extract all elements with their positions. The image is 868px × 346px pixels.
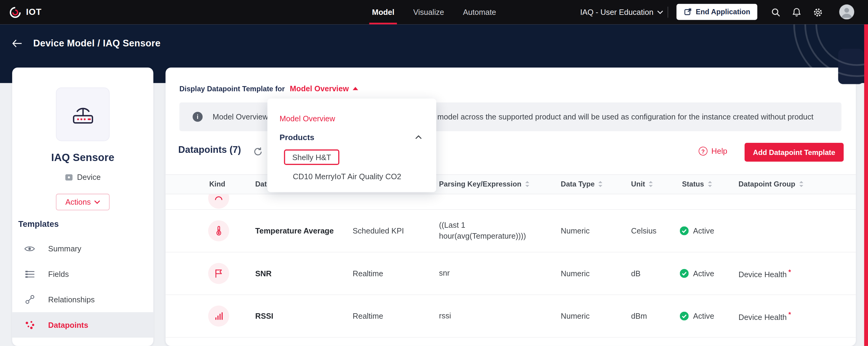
link-icon [24, 294, 35, 305]
top-nav: Model Visualize Automate [363, 0, 505, 24]
bell-icon [792, 7, 802, 17]
status-label: Active [693, 269, 714, 278]
add-datapoint-template-button[interactable]: Add Datapoint Template [745, 143, 844, 162]
side-widget-tab[interactable] [838, 49, 864, 84]
nav-tab-label: Model [372, 8, 395, 17]
brand-name: IOT [26, 7, 41, 17]
actions-label: Actions [65, 198, 91, 207]
highlight-box: Shelly H&T [284, 150, 339, 165]
end-application-label: End Application [696, 8, 750, 16]
feedback-strip[interactable] [864, 24, 868, 346]
signal-bars-icon [208, 306, 229, 326]
sidebar-item-label: Fields [48, 270, 69, 278]
settings-button[interactable] [812, 7, 824, 18]
sidebar-item-label: Relationships [48, 295, 95, 304]
sidebar-item-summary[interactable]: Summary [12, 236, 153, 261]
nav-tab-automate[interactable]: Automate [454, 0, 505, 24]
nav-tab-visualize[interactable]: Visualize [404, 0, 454, 24]
required-mark: * [788, 311, 791, 318]
notifications-button[interactable] [791, 7, 802, 18]
back-button[interactable] [12, 39, 24, 52]
column-label: Datapoint Group [739, 180, 795, 188]
refresh-button[interactable] [253, 147, 263, 157]
topbar: IOT Model Visualize Automate IAQ - User … [0, 0, 868, 24]
eye-icon [24, 245, 35, 252]
device-image [56, 87, 110, 141]
datapoint-name: Temperature Average [255, 226, 334, 235]
dropdown-group-products[interactable]: Products [268, 127, 436, 147]
workspace-label: IAQ - User Education [580, 8, 653, 17]
sort-icon[interactable] [799, 181, 803, 188]
chevron-down-icon [657, 10, 663, 14]
banner-text-left: Model Overview [213, 113, 268, 121]
status-label: Active [693, 226, 714, 235]
refresh-icon [253, 147, 263, 157]
sidebar-item-relationships[interactable]: Relationships [12, 287, 153, 312]
help-label: Help [712, 147, 727, 156]
device-type-label: Device [77, 172, 101, 181]
check-circle-icon [680, 269, 688, 278]
list-icon [24, 270, 35, 278]
workspace-selector[interactable]: IAQ - User Education [580, 0, 663, 24]
iot-logo-icon [9, 6, 22, 19]
screenshot-root: IOT Model Visualize Automate IAQ - User … [0, 0, 868, 346]
actions-button[interactable]: Actions [56, 194, 110, 211]
sort-icon[interactable] [598, 181, 603, 188]
data-type: Numeric [561, 312, 590, 320]
table-row[interactable]: Temperature Average Scheduled KPI ((Last… [165, 210, 856, 253]
sort-icon[interactable] [525, 181, 530, 188]
datapoint-kind-icon [208, 194, 229, 209]
dropdown-group-label: Products [280, 133, 314, 141]
group-label: Device Health [739, 270, 787, 279]
dropdown-item-shelly-ht[interactable]: Shelly H&T [268, 147, 436, 167]
display-template-row: Display Datapoint Template for Model Ove… [179, 84, 358, 93]
column-parsing: Parsing Key/Expression [439, 180, 530, 188]
search-icon [771, 7, 781, 17]
gear-icon [812, 7, 823, 18]
device-panel: IAQ Sensore Device Actions Templates Sum… [12, 68, 153, 346]
device-name: IAQ Sensore [12, 152, 153, 164]
datapoint-group: Device Health* [739, 268, 791, 279]
chevron-up-icon [415, 135, 422, 139]
column-data-type: Data Type [561, 180, 603, 188]
help-link[interactable]: ? Help [699, 147, 727, 156]
sidebar-item-label: Datapoints [48, 320, 88, 329]
end-application-button[interactable]: End Application [677, 4, 757, 20]
table-row-partial[interactable] [165, 194, 856, 210]
display-template-dropdown-trigger[interactable]: Model Overview [290, 84, 358, 93]
table-row[interactable]: RSSI Realtime rssi Numeric dBm Active De… [165, 295, 856, 338]
table-row[interactable]: SNR Realtime snr Numeric dB Active Devic… [165, 252, 856, 295]
column-datapoint-name: Dat [255, 180, 267, 188]
dropdown-item-model-overview[interactable]: Model Overview [268, 109, 436, 127]
check-circle-icon [680, 226, 688, 235]
column-datapoint-group: Datapoint Group [739, 180, 804, 188]
user-avatar[interactable] [839, 5, 854, 20]
brand[interactable]: IOT [9, 0, 41, 24]
parsing-expression: rssi [439, 311, 539, 321]
search-button[interactable] [770, 7, 781, 18]
flag-icon [208, 263, 229, 284]
column-label: Parsing Key/Expression [439, 180, 521, 188]
info-icon: i [193, 112, 203, 122]
unit: dB [631, 269, 641, 278]
datapoint-type: Realtime [353, 312, 383, 320]
nav-tab-label: Visualize [413, 8, 444, 17]
app-viewport: IOT Model Visualize Automate IAQ - User … [0, 0, 868, 346]
topbar-divider [668, 7, 668, 18]
datapoint-type: Scheduled KPI [353, 226, 404, 235]
sort-icon[interactable] [648, 181, 653, 188]
dots-icon [24, 320, 35, 330]
dropdown-item-cd10-merryiot[interactable]: CD10 MerryIoT Air Quality CO2 [268, 167, 436, 184]
unit: Celsius [631, 226, 657, 235]
nav-tab-model[interactable]: Model [363, 0, 404, 24]
required-mark: * [788, 268, 791, 276]
column-unit: Unit [631, 180, 654, 188]
sidebar-item-fields[interactable]: Fields [12, 261, 153, 287]
status-label: Active [693, 312, 714, 320]
group-label: Device Health [739, 313, 787, 321]
datapoint-name: SNR [255, 269, 272, 278]
status-badge: Active [680, 312, 714, 320]
sort-icon[interactable] [707, 181, 712, 188]
sidebar-item-datapoints[interactable]: Datapoints [12, 312, 153, 338]
device-type-row: Device [12, 172, 153, 181]
